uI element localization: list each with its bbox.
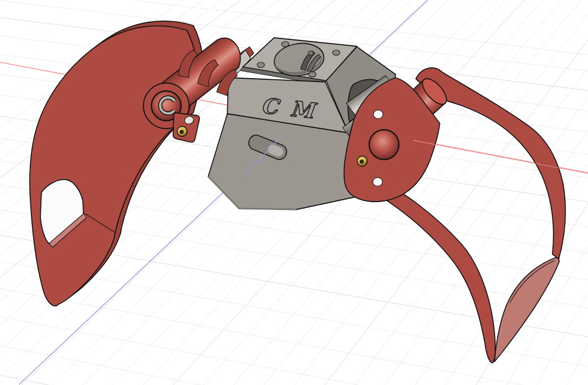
brass-bushing-bore [180,130,184,134]
right-pivot-hole [369,130,399,160]
left-tab [173,113,200,143]
head-hole-bottom [373,178,382,186]
bolt-hole [282,41,289,47]
left-claw-arm[interactable] [30,26,197,306]
grid-line [0,375,588,385]
head-hole-top [373,110,383,119]
right-claw-scoop[interactable] [495,257,559,362]
bolt-hole [257,62,265,68]
grapple-model[interactable]: C M [30,21,565,363]
brass-bushing-bore [360,160,364,164]
cad-canvas[interactable]: C M [0,0,588,385]
bolt-hole [333,50,340,55]
cad-viewport[interactable]: C M [0,0,588,385]
inner-pin-head [308,51,313,55]
bolt-hole [309,72,316,77]
